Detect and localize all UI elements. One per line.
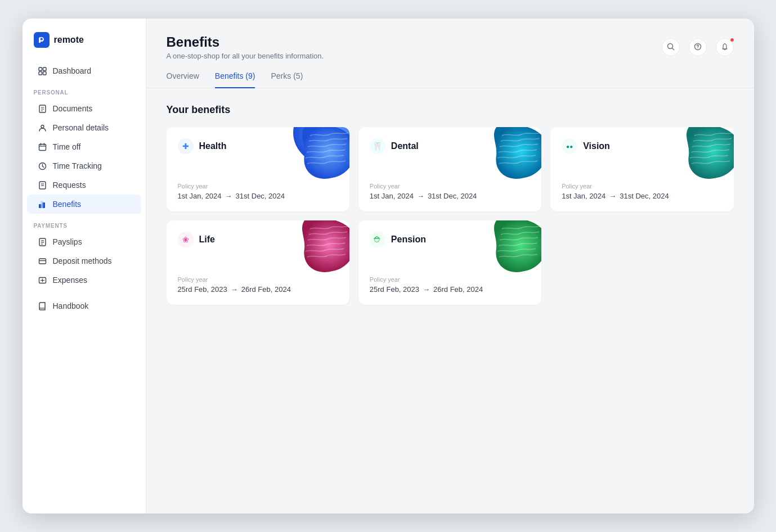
requests-icon [38,181,47,190]
benefits-content: Your benefits ✚ Health [146,88,754,321]
pension-dates: Policy year 25rd Feb, 2023 → 26rd Feb, 2… [370,276,530,294]
svg-rect-26 [39,259,46,264]
dental-blob [451,127,541,183]
page-title: Benefits [167,34,324,50]
sidebar-item-time-tracking[interactable]: Time Tracking [27,156,141,175]
benefit-card-vision[interactable]: ●● Vision [550,127,733,211]
dental-icon: 🦷 [370,138,385,154]
life-blob [259,220,349,277]
svg-point-35 [697,48,698,48]
health-dates: Policy year 1st Jan, 2024 → 31st Dec, 20… [178,183,338,200]
benefits-grid: ✚ Health [167,127,734,305]
sidebar-item-handbook[interactable]: Handbook [27,296,141,315]
tab-benefits[interactable]: Benefits (9) [215,71,255,88]
vision-dates: Policy year 1st Jan, 2024 → 31st Dec, 20… [562,183,722,200]
top-bar: Benefits A one-stop-shop for all your be… [146,19,754,60]
vision-icon: ●● [562,138,577,154]
benefits-icon [38,200,47,209]
top-icons [662,38,734,56]
pension-blob [451,220,541,277]
life-name: Life [199,235,215,245]
benefit-card-pension[interactable]: ⛑ Pension [358,220,541,305]
page-subtitle: A one-stop-shop for all your benefits in… [167,52,324,60]
search-icon [667,43,675,52]
documents-icon [38,104,47,113]
sidebar-item-deposit-methods[interactable]: Deposit methods [27,251,141,270]
sidebar-item-dashboard[interactable]: Dashboard [27,61,141,80]
life-dates: Policy year 25rd Feb, 2023 → 26rd Feb, 2… [178,276,338,294]
dashboard-icon [38,66,47,75]
section-title: Your benefits [167,104,734,116]
svg-rect-9 [39,144,46,150]
page-header: Benefits A one-stop-shop for all your be… [167,34,324,60]
bell-icon [721,43,729,52]
sidebar-item-expenses[interactable]: Expenses [27,270,141,290]
deposit-icon [38,256,47,265]
pension-name: Pension [391,235,426,245]
life-icon: ❀ [178,232,194,247]
search-button[interactable] [662,38,680,56]
vision-blob [644,127,734,183]
health-name: Health [199,141,227,151]
tab-overview[interactable]: Overview [167,71,199,88]
handbook-icon [38,301,47,310]
svg-rect-1 [43,67,47,71]
pension-icon: ⛑ [370,232,385,247]
calendar-icon [38,142,47,151]
benefit-card-life[interactable]: ❀ Life [167,220,349,305]
svg-line-15 [43,166,44,167]
svg-point-8 [41,125,44,128]
health-blob [259,127,349,183]
sidebar-item-documents[interactable]: Documents [27,99,141,118]
svg-rect-0 [39,67,42,71]
dental-dates: Policy year 1st Jan, 2024 → 31st Dec, 20… [370,183,530,200]
svg-rect-2 [39,71,42,75]
notification-dot [730,38,734,42]
clock-icon [38,161,47,170]
app-window: remote Dashboard PERSONAL [23,19,754,513]
notifications-button[interactable] [716,38,734,56]
svg-rect-3 [43,71,47,75]
payslips-icon [38,237,47,246]
logo-text: remote [54,35,84,45]
dental-name: Dental [391,141,419,151]
tab-perks[interactable]: Perks (5) [271,71,303,88]
sidebar-item-benefits[interactable]: Benefits [27,195,141,214]
health-icon: ✚ [178,138,194,154]
svg-line-33 [672,48,674,49]
logo-icon [34,32,50,48]
benefit-card-health[interactable]: ✚ Health [167,127,349,211]
sidebar-item-payslips[interactable]: Payslips [27,232,141,251]
benefit-card-dental[interactable]: 🦷 Dental [358,127,541,211]
tabs-area: Overview Benefits (9) Perks (5) [146,60,754,88]
sidebar-item-requests[interactable]: Requests [27,175,141,195]
logo-area: remote [23,32,146,61]
personal-section-label: PERSONAL [23,80,146,99]
person-icon [38,123,47,132]
sidebar: remote Dashboard PERSONAL [23,19,146,513]
expenses-icon [38,276,47,285]
help-icon [694,43,702,52]
payments-section-label: PAYMENTS [23,214,146,232]
sidebar-item-time-off[interactable]: Time off [27,137,141,156]
help-button[interactable] [689,38,707,56]
sidebar-item-personal-details[interactable]: Personal details [27,118,141,137]
vision-name: Vision [583,141,610,151]
main-content: Benefits A one-stop-shop for all your be… [146,19,754,513]
svg-rect-21 [41,201,43,208]
